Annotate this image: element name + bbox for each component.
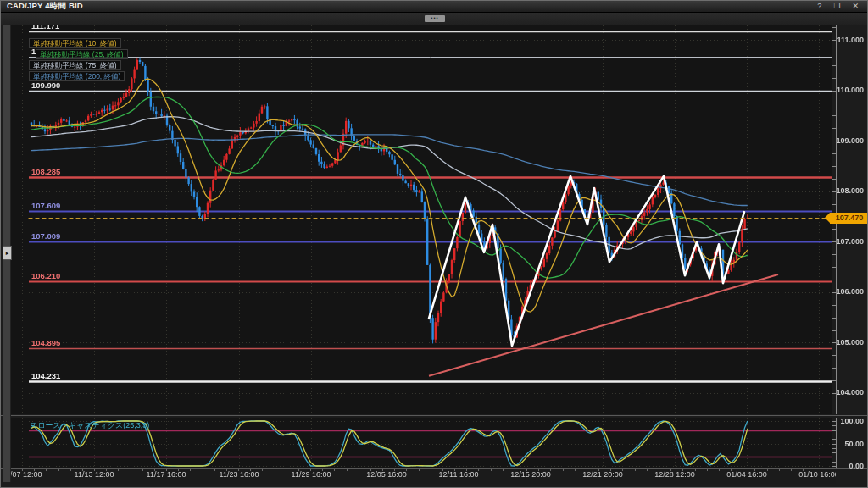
window-controls: ? ❐ ✕ (817, 1, 867, 12)
price-axis-label: 105.000 (804, 338, 864, 347)
time-axis-label: 12/28 12:00 (641, 470, 709, 479)
toolbar-collapse-button[interactable]: ••• (425, 15, 445, 22)
price-axis-label: 111.000 (804, 36, 864, 44)
time-axis-label: 11/17 16:00 (132, 470, 200, 479)
stoch-axis-label: 100.00 (804, 417, 864, 425)
legend-sma-10[interactable]: 単純移動平均線 (10, 終値) (29, 38, 121, 48)
price-axis-label: 104.000 (804, 388, 864, 396)
price-level-label[interactable]: 106.210 (31, 271, 60, 280)
time-axis-label: 12/21 20:00 (569, 470, 637, 479)
close-icon[interactable]: ✕ (852, 1, 859, 12)
price-level-label[interactable]: 108.285 (31, 167, 60, 176)
time-axis-label: 11/13 12:00 (60, 470, 128, 479)
price-level-label[interactable]: 107.609 (31, 201, 60, 210)
maximize-icon[interactable]: ❐ (833, 1, 840, 12)
trading-app-window: CAD/JPY 4時間 BID ? ❐ ✕ ••• ▸ 単純移動平均線 (10,… (0, 0, 868, 488)
title-bar: CAD/JPY 4時間 BID ? ❐ ✕ (1, 1, 867, 13)
legend-sma-75[interactable]: 単純移動平均線 (75, 終値) (29, 60, 121, 70)
legend-sma-25-label: 単純移動平均線 (25, 終値) (40, 50, 124, 58)
price-axis-label: 106.000 (804, 287, 864, 296)
panel-expand-button[interactable]: ▸ (3, 246, 12, 260)
legend-sma-25[interactable]: 単純移動平均線 (25, 終値) (36, 49, 128, 59)
legend-sma-10-label: 単純移動平均線 (10, 終値) (33, 39, 117, 47)
price-level-label[interactable]: 109.990 (31, 80, 60, 90)
stochastic-indicator-label[interactable]: スローストキャスティクス(25,3,3) (30, 420, 149, 431)
time-axis-label: 01/10 16:00 (785, 470, 836, 479)
time-axis-label: 12/11 16:00 (425, 470, 492, 479)
current-price-badge: 107.470 (830, 213, 868, 224)
price-level-label[interactable]: 104.231 (31, 371, 60, 380)
help-icon[interactable]: ? (817, 1, 821, 12)
time-axis-label: 12/15 20:00 (497, 470, 565, 479)
stoch-axis-label: 0.00 (804, 462, 864, 470)
price-axis-label: 108.000 (804, 186, 864, 195)
stoch-axis-label: 50.00 (804, 440, 864, 448)
price-axis-label: 107.000 (804, 237, 864, 246)
chart-canvas[interactable] (1, 1, 868, 488)
legend-sma-75-label: 単純移動平均線 (75, 終値) (33, 61, 117, 69)
time-axis-label: 01/04 16:00 (713, 470, 781, 479)
time-axis-label: 11/07 12:00 (11, 470, 56, 479)
legend-sma-200-label: 単純移動平均線 (200, 終値) (33, 72, 120, 80)
price-level-label[interactable]: 104.895 (31, 338, 60, 347)
time-axis-label: 12/05 16:00 (353, 470, 420, 479)
window-title: CAD/JPY 4時間 BID (1, 1, 83, 12)
price-axis-label: 109.000 (804, 136, 864, 145)
time-axis-label: 11/23 16:00 (205, 470, 273, 479)
legend-sma-200[interactable]: 単純移動平均線 (200, 終値) (29, 71, 125, 81)
price-axis-label: 110.000 (804, 86, 864, 94)
time-axis-label: 11/29 16:00 (277, 470, 345, 479)
time-axis: 11/07 12:0011/13 12:0011/17 16:0011/23 1… (11, 469, 836, 482)
price-level-label[interactable]: 107.009 (31, 231, 60, 241)
